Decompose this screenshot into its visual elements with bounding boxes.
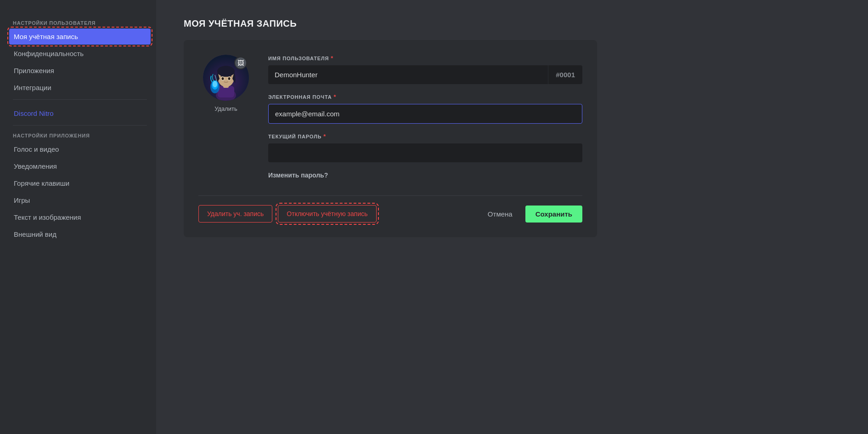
sidebar-item-appearance[interactable]: Внешний вид — [9, 226, 151, 242]
password-label: ТЕКУЩИЙ ПАРОЛЬ * — [268, 133, 582, 140]
email-label: ЭЛЕКТРОННАЯ ПОЧТА * — [268, 93, 582, 100]
avatar-section: 🖼 Удалить — [198, 55, 254, 112]
sidebar-item-games[interactable]: Игры — [9, 192, 151, 208]
cancel-button[interactable]: Отмена — [480, 206, 520, 223]
app-settings-section-label: НАСТРОЙКИ ПРИЛОЖЕНИЯ — [9, 129, 151, 140]
password-input[interactable] — [268, 143, 582, 162]
sidebar-divider-1 — [13, 99, 147, 100]
sidebar-item-hotkeys[interactable]: Горячие клавиши — [9, 175, 151, 191]
avatar-delete-button[interactable]: Удалить — [214, 105, 237, 112]
email-required: * — [333, 93, 336, 100]
sidebar-item-apps[interactable]: Приложения — [9, 63, 151, 79]
email-input[interactable] — [268, 104, 582, 124]
user-settings-section-label: НАСТРОЙКИ ПОЛЬЗОВАТЕЛЯ — [9, 17, 151, 28]
discriminator: #0001 — [548, 65, 582, 84]
change-password-link[interactable]: Изменить пароль? — [268, 171, 582, 179]
sidebar-item-integrations[interactable]: Интеграции — [9, 80, 151, 96]
sidebar: НАСТРОЙКИ ПОЛЬЗОВАТЕЛЯ Моя учётная запис… — [0, 0, 156, 434]
svg-point-13 — [213, 81, 217, 87]
sidebar-item-notifications[interactable]: Уведомления — [9, 158, 151, 174]
svg-point-9 — [222, 77, 224, 80]
fields-section: ИМЯ ПОЛЬЗОВАТЕЛЯ * #0001 ЭЛЕКТРОННАЯ ПОЧ… — [268, 55, 582, 183]
account-top: 🖼 Удалить ИМЯ ПОЛЬЗОВАТЕЛЯ * #0001 — [198, 55, 582, 183]
password-required: * — [323, 133, 326, 140]
username-label: ИМЯ ПОЛЬЗОВАТЕЛЯ * — [268, 55, 582, 62]
sidebar-item-nitro[interactable]: Discord Nitro — [9, 105, 151, 121]
delete-account-button[interactable]: Удалить уч. запись — [198, 205, 272, 223]
account-card: 🖼 Удалить ИМЯ ПОЛЬЗОВАТЕЛЯ * #0001 — [184, 40, 597, 237]
svg-point-6 — [217, 66, 235, 77]
sidebar-item-my-account[interactable]: Моя учётная запись — [9, 29, 151, 45]
save-button[interactable]: Сохранить — [525, 206, 582, 223]
disable-account-button[interactable]: Отключить учётную запись — [278, 205, 376, 223]
sidebar-item-privacy[interactable]: Конфиденциальность — [9, 46, 151, 62]
add-photo-icon: 🖼 — [237, 59, 244, 67]
sidebar-item-voice[interactable]: Голос и видео — [9, 141, 151, 157]
sidebar-item-text-images[interactable]: Текст и изображения — [9, 209, 151, 225]
svg-point-10 — [228, 77, 231, 80]
email-field-group: ЭЛЕКТРОННАЯ ПОЧТА * — [268, 93, 582, 124]
username-field-group: ИМЯ ПОЛЬЗОВАТЕЛЯ * #0001 — [268, 55, 582, 84]
sidebar-divider-2 — [13, 125, 147, 126]
username-input[interactable] — [268, 65, 548, 84]
password-field-group: ТЕКУЩИЙ ПАРОЛЬ * — [268, 133, 582, 162]
avatar-wrapper: 🖼 — [203, 55, 249, 101]
main-content: МОЯ УЧЁТНАЯ ЗАПИСЬ — [156, 0, 868, 434]
card-actions: Удалить уч. запись Отключить учётную зап… — [198, 195, 582, 223]
username-input-row: #0001 — [268, 65, 582, 84]
avatar-edit-button[interactable]: 🖼 — [234, 57, 247, 69]
page-title: МОЯ УЧЁТНАЯ ЗАПИСЬ — [184, 18, 840, 29]
username-required: * — [331, 55, 333, 62]
